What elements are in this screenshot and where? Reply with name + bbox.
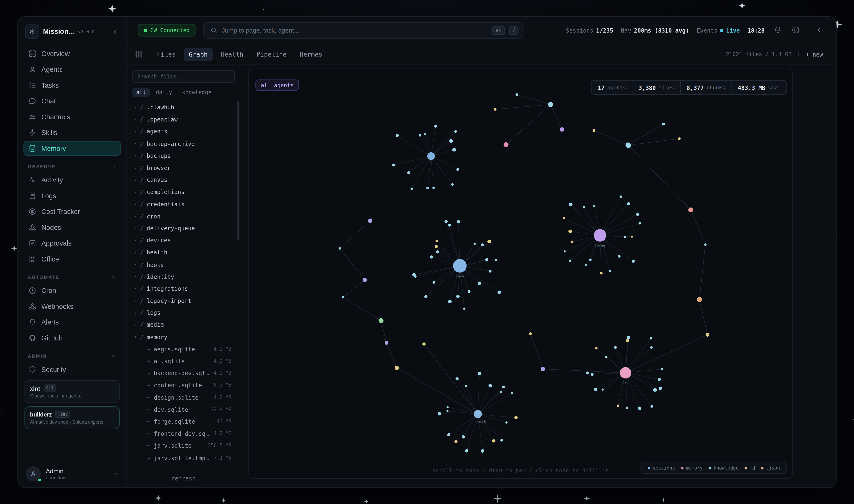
graph-node[interactable] [395, 366, 399, 370]
graph-node[interactable] [379, 318, 384, 323]
tree-file-frontend-dev-sq[interactable]: ~ frontend-dev.sq… 4.2 MB [131, 428, 236, 439]
graph-leaf-node[interactable] [426, 187, 429, 189]
sidebar-item-channels[interactable]: Channels [23, 109, 121, 124]
graph-leaf-node[interactable] [481, 244, 484, 246]
graph-leaf-node[interactable] [489, 270, 491, 272]
graph-node[interactable] [625, 142, 631, 148]
graph-leaf-node[interactable] [495, 259, 497, 261]
graph-leaf-node[interactable] [474, 242, 476, 245]
graph-leaf-node[interactable] [658, 378, 661, 381]
graph-leaf-node[interactable] [661, 368, 663, 371]
graph-leaf-node[interactable] [514, 416, 518, 419]
graph-leaf-node[interactable] [434, 125, 437, 128]
section-header-automate[interactable]: AUTOMATE [23, 272, 121, 282]
tree-file-dev-sqlite[interactable]: ~ dev.sqlite 22.9 MB [131, 403, 236, 416]
tree-folder-browser[interactable]: ▸ / browser [131, 162, 236, 174]
graph-leaf-node[interactable] [631, 236, 633, 238]
tree-folder-cron[interactable]: ▸ / cron [131, 210, 236, 222]
graph-leaf-node[interactable] [485, 258, 488, 261]
graph-leaf-node[interactable] [620, 195, 622, 198]
tree-folder-identity[interactable]: ▸ / identity [131, 271, 236, 283]
graph-node[interactable] [529, 332, 532, 335]
tree-folder-agents[interactable]: ▸ / agents [131, 126, 236, 138]
graph-leaf-node[interactable] [614, 346, 617, 349]
tree-file-jarv-sqlite-tmp[interactable]: ~ jarv.sqlite.tmp… 7.1 MB [131, 452, 236, 464]
user-menu[interactable]: A Admin openclaw [18, 460, 126, 487]
tree-folder-canvas[interactable]: ▸ / canvas [131, 174, 236, 186]
tree-folder-delivery-queue[interactable]: ▸ / delivery-queue [131, 222, 236, 234]
graph-leaf-node[interactable] [617, 404, 619, 407]
graph-leaf-node[interactable] [438, 412, 441, 416]
graph-node[interactable] [342, 296, 344, 298]
tab-files[interactable]: Files [151, 48, 181, 60]
graph-leaf-node[interactable] [568, 230, 572, 233]
sidebar-item-webhooks[interactable]: Webhooks [23, 299, 121, 314]
filter-knowledge[interactable]: knowledge [178, 88, 215, 97]
graph-leaf-node[interactable] [447, 433, 450, 436]
graph-leaf-node[interactable] [500, 439, 503, 442]
promo-card-xint[interactable]: xint CLI X power tools for agents. [24, 380, 120, 403]
graph-leaf-node[interactable] [563, 217, 565, 219]
notifications-button[interactable] [772, 25, 783, 35]
tree-folder-integrations[interactable]: ▸ / integrations [131, 283, 236, 295]
graph-leaf-node[interactable] [448, 224, 451, 227]
graph-leaf-node[interactable] [586, 372, 589, 374]
graph-hub-hub-a[interactable] [427, 152, 435, 160]
graph-leaf-node[interactable] [602, 389, 604, 391]
sidebar-item-nodes[interactable]: Nodes [23, 220, 121, 235]
graph-node[interactable] [662, 123, 665, 125]
graph-leaf-node[interactable] [447, 406, 449, 408]
graph-leaf-node[interactable] [627, 202, 630, 205]
graph-leaf-node[interactable] [626, 407, 629, 409]
global-search-input[interactable]: Jump to page, task, agent... ⌘K / [203, 22, 524, 38]
graph-leaf-node[interactable] [594, 388, 597, 391]
sidebar-item-overview[interactable]: Overview [23, 46, 121, 61]
section-header-observe[interactable]: OBSERVE [23, 162, 121, 171]
graph-node[interactable] [706, 333, 709, 337]
graph-leaf-node[interactable] [650, 337, 652, 340]
graph-node[interactable] [688, 207, 693, 212]
promo-card-builderz[interactable]: builderz .dev AI-native dev shop · Solan… [24, 406, 120, 429]
tree-folder-legacy-import[interactable]: ▸ / legacy-import [131, 294, 236, 307]
graph-node[interactable] [504, 142, 509, 147]
graph-leaf-node[interactable] [492, 439, 495, 443]
graph-leaf-node[interactable] [650, 346, 653, 349]
graph-leaf-node[interactable] [489, 384, 492, 388]
graph-hub-dev[interactable] [620, 367, 631, 378]
tree-file-forge-sqlite[interactable]: ~ forge.sqlite 43 MB [131, 416, 236, 428]
tree-folder-credentials[interactable]: ▸ / credentials [131, 198, 236, 210]
graph-node[interactable] [593, 129, 595, 132]
graph-node[interactable] [678, 138, 680, 140]
graph-leaf-node[interactable] [636, 213, 639, 216]
graph-node[interactable] [541, 367, 545, 371]
graph-leaf-node[interactable] [465, 449, 468, 452]
graph-canvas[interactable]: all agents 17agents 3,380files 8,377chun… [249, 69, 793, 479]
graph-leaf-node[interactable] [569, 202, 573, 206]
sidebar-item-approvals[interactable]: Approvals [23, 236, 121, 251]
graph-leaf-node[interactable] [595, 347, 598, 349]
graph-leaf-node[interactable] [463, 307, 466, 310]
filter-daily[interactable]: daily [152, 88, 176, 97]
tree-file-aegis-sqlite[interactable]: ~ aegis.sqlite 4.2 MB [131, 343, 236, 355]
graph-node[interactable] [560, 127, 564, 131]
graph-node[interactable] [704, 244, 707, 246]
graph-leaf-node[interactable] [593, 205, 596, 208]
tab-health[interactable]: Health [215, 48, 249, 60]
graph-leaf-node[interactable] [632, 259, 635, 263]
sidebar-item-chat[interactable]: Chat [23, 94, 121, 108]
tab-hermes[interactable]: Hermes [294, 48, 328, 60]
agents-filter-badge[interactable]: all agents [255, 79, 299, 91]
graph-node[interactable] [422, 342, 425, 346]
sidebar-item-cost-tracker[interactable]: Cost Tracker [23, 204, 121, 219]
tree-folder-devices[interactable]: ▸ / devices [131, 234, 236, 246]
sidebar-item-cron[interactable]: Cron [23, 283, 121, 298]
graph-leaf-node[interactable] [468, 290, 471, 293]
graph-leaf-node[interactable] [600, 272, 603, 274]
graph-leaf-node[interactable] [590, 373, 594, 376]
tab-graph[interactable]: Graph [183, 48, 213, 60]
tree-folder-logs[interactable]: ▸ / logs [131, 307, 236, 319]
sidebar-item-activity[interactable]: Activity [23, 173, 121, 187]
graph-leaf-node[interactable] [651, 405, 653, 408]
memory-graph[interactable]: forgejarvresearchdev [249, 69, 793, 478]
section-header-admin[interactable]: ADMIN [23, 352, 121, 361]
